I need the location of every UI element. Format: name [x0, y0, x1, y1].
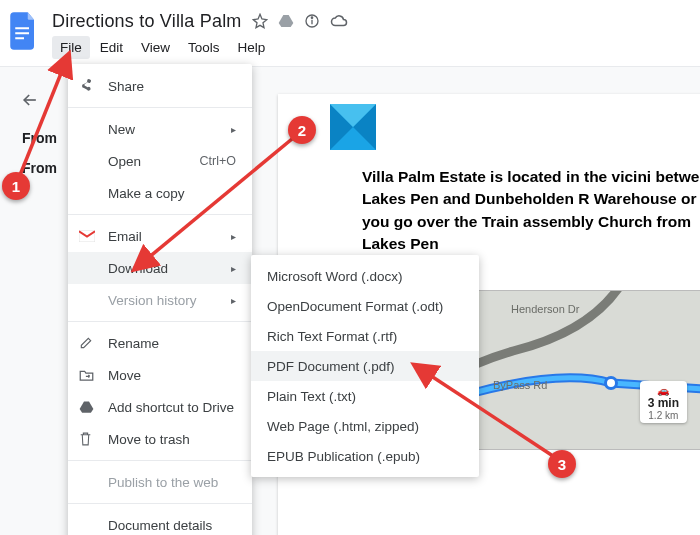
file-menu-add-shortcut[interactable]: Add shortcut to Drive — [68, 391, 252, 423]
svg-point-5 — [311, 17, 312, 18]
file-menu-version-history[interactable]: Version history▸ — [68, 284, 252, 316]
embedded-logo-icon — [330, 104, 376, 150]
map-drive-badge: 🚗 3 min 1.2 km — [640, 381, 687, 423]
move-icon — [79, 369, 94, 382]
map-drive-time: 3 min — [648, 396, 679, 410]
star-icon[interactable] — [252, 13, 268, 29]
trash-icon — [79, 432, 92, 447]
download-rtf[interactable]: Rich Text Format (.rtf) — [251, 321, 479, 351]
svg-rect-2 — [15, 37, 24, 39]
svg-line-10 — [136, 134, 298, 268]
rename-icon — [79, 336, 93, 350]
svg-rect-1 — [15, 32, 29, 34]
annotation-arrow-3 — [410, 360, 570, 470]
cloud-saved-icon[interactable] — [330, 13, 348, 29]
menu-bar: File Edit View Tools Help — [52, 36, 348, 59]
share-icon — [79, 79, 94, 94]
annotation-callout-2: 2 — [288, 116, 316, 144]
menu-tools[interactable]: Tools — [180, 36, 228, 59]
file-menu-move[interactable]: Move — [68, 359, 252, 391]
submenu-arrow-icon: ▸ — [231, 295, 236, 306]
drive-icon[interactable] — [278, 13, 294, 29]
svg-point-7 — [606, 378, 617, 389]
annotation-callout-1: 1 — [2, 172, 30, 200]
annotation-arrow-1 — [10, 50, 80, 190]
document-paragraph: Villa Palm Estate is located in the vici… — [362, 166, 700, 256]
download-odt[interactable]: OpenDocument Format (.odt) — [251, 291, 479, 321]
menu-edit[interactable]: Edit — [92, 36, 131, 59]
file-menu-share[interactable]: Share — [68, 70, 252, 102]
file-menu-trash[interactable]: Move to trash — [68, 423, 252, 455]
annotation-arrow-2 — [130, 128, 310, 278]
svg-line-11 — [416, 366, 556, 458]
app-header: Directions to Villa Palm File Edit View … — [0, 0, 700, 59]
docs-logo-icon[interactable] — [6, 8, 42, 54]
title-block: Directions to Villa Palm File Edit View … — [42, 8, 348, 59]
file-menu-publish[interactable]: Publish to the web — [68, 466, 252, 498]
drive-shortcut-icon — [79, 400, 94, 414]
svg-line-9 — [18, 56, 68, 180]
menu-help[interactable]: Help — [230, 36, 274, 59]
file-menu-rename[interactable]: Rename — [68, 327, 252, 359]
annotation-callout-3: 3 — [548, 450, 576, 478]
document-title[interactable]: Directions to Villa Palm — [52, 11, 242, 32]
gmail-icon — [79, 230, 95, 242]
menu-view[interactable]: View — [133, 36, 178, 59]
svg-rect-0 — [15, 27, 29, 29]
info-icon[interactable] — [304, 13, 320, 29]
file-menu-details[interactable]: Document details — [68, 509, 252, 535]
map-road-label-1: Henderson Dr — [511, 303, 579, 315]
map-drive-dist: 1.2 km — [648, 410, 679, 421]
